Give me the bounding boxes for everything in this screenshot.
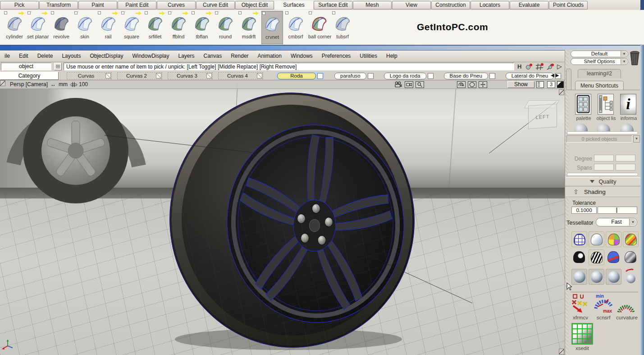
- menu-item[interactable]: Delete: [33, 51, 58, 62]
- clipped-tool-icon[interactable]: [574, 124, 588, 132]
- camera-label[interactable]: Persp [Camera]: [10, 81, 48, 88]
- shelf-tool-button[interactable]: cylinder: [4, 11, 25, 44]
- shelf-tool-button[interactable]: round: [215, 11, 236, 44]
- highlight-mode-button[interactable]: [606, 249, 621, 265]
- shelf-tool-button[interactable]: srfillet: [144, 11, 166, 44]
- tool-checkbox[interactable]: [27, 11, 31, 14]
- shelf-tab[interactable]: Construction: [431, 1, 470, 9]
- shelf-options-dropdown[interactable]: Shelf Options ▼: [571, 58, 628, 65]
- menu-item[interactable]: Utilities: [355, 51, 382, 62]
- layer-item[interactable]: Base do Pneu: [444, 73, 495, 79]
- spans-input-2[interactable]: [616, 164, 635, 171]
- shelf-tab[interactable]: Point Clouds: [549, 1, 588, 9]
- shelf-tab[interactable]: Curve Edit: [196, 1, 235, 9]
- diagnostic-sphere-button[interactable]: [571, 269, 587, 285]
- promptline-expand-arrow[interactable]: ▷: [557, 63, 562, 70]
- diagnostic-sphere-button[interactable]: [606, 269, 621, 285]
- shelf-tab[interactable]: View: [392, 1, 431, 9]
- menu-item[interactable]: Windows: [286, 51, 317, 62]
- tumble-icon[interactable]: [457, 81, 466, 88]
- shelf-tab[interactable]: Locators: [470, 1, 509, 9]
- quality-section-header[interactable]: Quality: [565, 177, 641, 186]
- menu-item[interactable]: WindowDisplay: [128, 51, 174, 62]
- wireframe-mode-button[interactable]: [571, 231, 587, 247]
- shelf-tab[interactable]: Surface Edit: [314, 1, 352, 9]
- tool-checkbox[interactable]: [309, 11, 312, 14]
- curvature-shade-button[interactable]: [571, 249, 587, 265]
- xsedit-button[interactable]: [571, 323, 593, 345]
- trash-icon[interactable]: [629, 50, 640, 66]
- viewport-corner-resize-icon[interactable]: [0, 80, 5, 86]
- layer-scroll-arrows[interactable]: ◀▶: [551, 73, 560, 78]
- information-icon[interactable]: i: [620, 94, 636, 115]
- shelf-tool-button[interactable]: square: [121, 11, 142, 44]
- zebra-mode-button[interactable]: [589, 249, 604, 265]
- tool-checkbox[interactable]: [262, 12, 265, 15]
- shelf-tab[interactable]: Evaluate: [510, 1, 548, 9]
- shelf-tab[interactable]: Paint Edit: [118, 1, 156, 9]
- layer-tab-corner-icon[interactable]: [257, 73, 262, 78]
- shelf-tool-button[interactable]: cmbsrf: [285, 11, 306, 44]
- layer-tab-corner-icon[interactable]: [156, 73, 161, 78]
- shelf-tab[interactable]: Surfaces: [274, 1, 313, 9]
- shelf-tool-button[interactable]: skin: [74, 11, 96, 44]
- shelf-slim-tab[interactable]: [566, 69, 571, 90]
- tool-checkbox[interactable]: [51, 11, 54, 14]
- layer-checkbox[interactable]: [317, 73, 323, 79]
- tessellator-dropdown[interactable]: Fast ▼: [596, 218, 637, 226]
- layer-pill[interactable]: Lateral do Pneu: [506, 73, 554, 79]
- sidebar-shelf-tab[interactable]: learning#2: [578, 69, 621, 78]
- layer-pill[interactable]: Base do Pneu: [444, 73, 488, 79]
- look-at-icon[interactable]: [468, 81, 476, 88]
- degree-input-1[interactable]: [594, 155, 614, 161]
- tool-checkbox[interactable]: [285, 11, 288, 14]
- layer-checkbox[interactable]: [428, 73, 434, 79]
- zoom-icon[interactable]: [416, 81, 424, 88]
- shelf-tab[interactable]: Paint: [78, 1, 117, 9]
- layer-checkbox[interactable]: [489, 73, 495, 79]
- shelf-tool-button[interactable]: tubsrf: [332, 11, 353, 44]
- menu-item[interactable]: Edit: [14, 51, 33, 62]
- tolerance-slider-thumb[interactable]: [616, 207, 617, 213]
- list-button[interactable]: [54, 63, 62, 70]
- pick-object-dropdown[interactable]: object: [1, 63, 51, 70]
- shelf-tool-button[interactable]: msdrft: [238, 11, 260, 44]
- shelf-tab[interactable]: Object Edit: [235, 1, 274, 9]
- movie-camera-icon[interactable]: [394, 81, 402, 88]
- shelf-tool-button[interactable]: set planar: [27, 11, 49, 44]
- layer-pill[interactable]: Roda: [277, 73, 316, 79]
- layer-pill[interactable]: parafuso: [334, 73, 366, 79]
- layer-tab[interactable]: Curvas: [67, 72, 112, 79]
- tool-checkbox[interactable]: [145, 11, 148, 14]
- multicolor-mode-button[interactable]: [606, 231, 621, 247]
- degree-input-2[interactable]: [616, 155, 635, 161]
- shelf-tool-button[interactable]: ball corner: [308, 11, 330, 44]
- clipped-tool-icon[interactable]: [597, 124, 610, 132]
- scnsrf-button[interactable]: min max: [593, 293, 614, 314]
- viewport-corner-resize-icon[interactable]: [559, 349, 564, 355]
- shading-toggle-icon[interactable]: [557, 81, 564, 88]
- category-button[interactable]: Category: [0, 72, 59, 80]
- picked-objects-box[interactable]: 0 picked objects: [566, 135, 632, 143]
- tool-checkbox[interactable]: [98, 11, 101, 14]
- shaded-mode-button[interactable]: [589, 231, 604, 247]
- layer-item[interactable]: Roda: [276, 72, 324, 80]
- xfrmcv-button[interactable]: [571, 293, 591, 314]
- snap-to-grid-icon[interactable]: [535, 63, 544, 70]
- shelf-tool-button[interactable]: tbflan: [191, 11, 213, 44]
- ruler-icon[interactable]: [536, 81, 544, 88]
- shelf-tab[interactable]: Mesh: [353, 1, 392, 9]
- video-camera-icon[interactable]: [405, 81, 413, 88]
- tool-checkbox[interactable]: [168, 11, 171, 14]
- paint-assign-button[interactable]: [623, 269, 639, 285]
- shelf-tool-button[interactable]: rail: [97, 11, 119, 44]
- palette-icon[interactable]: [575, 94, 591, 115]
- picked-objects-dropdown-icon[interactable]: ▼: [633, 135, 640, 143]
- layer-tab[interactable]: Curvas 4: [218, 72, 263, 79]
- layer-pill[interactable]: Logo da roda: [384, 73, 426, 79]
- view-cube[interactable]: LEFT: [522, 100, 562, 130]
- menu-item[interactable]: Animation: [253, 51, 286, 62]
- menu-item[interactable]: Layouts: [57, 51, 85, 62]
- layer-count-box[interactable]: 3: [547, 81, 555, 88]
- layer-tab[interactable]: Curvas 3: [168, 72, 213, 79]
